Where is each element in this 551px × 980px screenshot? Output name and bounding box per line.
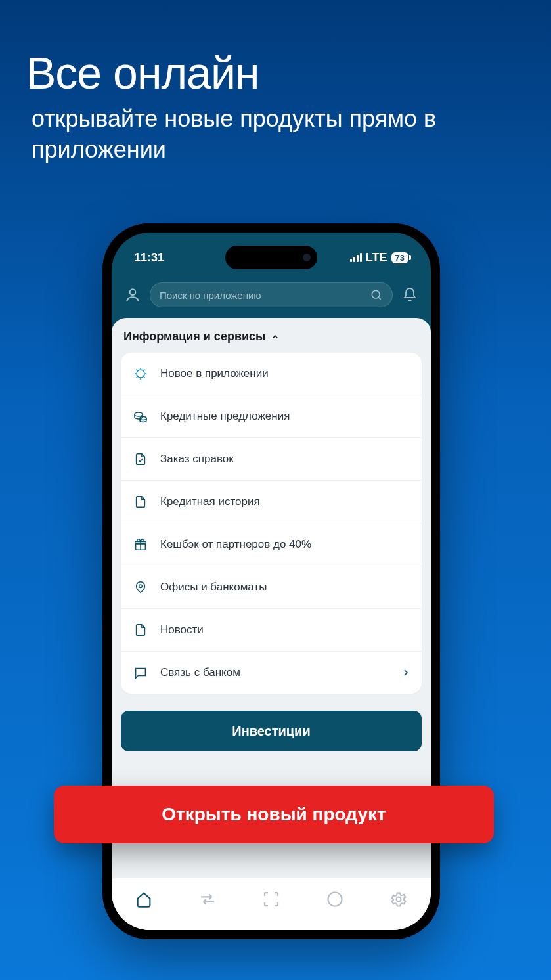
menu-label: Связь с банком [160,666,390,679]
app-header: Поиск по приложению [112,278,431,311]
menu-label: Заказ справок [160,453,411,466]
menu-item-credit-offers[interactable]: Кредитные предложения [121,395,422,438]
menu-label: Кредитная история [160,495,411,508]
menu-item-news[interactable]: Новости [121,609,422,652]
doc-check-icon [131,450,150,468]
battery-icon: 73 [391,252,408,263]
nav-home-icon[interactable] [131,886,157,912]
svg-point-3 [135,412,143,416]
investments-label: Инвестиции [232,724,310,739]
page-icon [131,621,150,639]
svg-point-0 [130,289,136,295]
menu-item-new[interactable]: Новое в приложении [121,353,422,395]
status-network: LTE [366,251,387,265]
new-icon [131,365,150,383]
menu-item-certificates[interactable]: Заказ справок [121,438,422,481]
investments-button[interactable]: Инвестиции [121,711,422,751]
menu-label: Офисы и банкоматы [160,581,411,594]
pin-icon [131,578,150,596]
promo-block: Все онлайн открывайте новые продукты пря… [26,47,551,166]
menu-card: Новое в приложении Кредитные предложения… [121,353,422,694]
dynamic-island [225,246,317,269]
nav-settings-icon[interactable] [386,886,412,912]
promo-subtitle: открывайте новые продукты прямо в прилож… [26,104,551,166]
menu-label: Новости [160,623,411,636]
menu-item-credit-history[interactable]: Кредитная история [121,481,422,523]
bottom-nav [112,878,431,930]
doc-icon [131,493,150,511]
profile-icon[interactable] [122,284,143,305]
menu-label: Новое в приложении [160,367,411,380]
cta-label: Открыть новый продукт [162,804,386,825]
bell-icon[interactable] [399,284,420,305]
section-header[interactable]: Информация и сервисы [121,327,422,353]
menu-item-locations[interactable]: Офисы и банкоматы [121,566,422,609]
nav-transfers-icon[interactable] [194,886,221,912]
nav-scan-icon[interactable] [258,886,284,912]
status-right: LTE 73 [350,251,408,265]
open-product-button[interactable]: Открыть новый продукт [54,786,494,843]
section-title: Информация и сервисы [123,330,265,344]
svg-point-7 [139,585,143,588]
svg-point-8 [328,893,342,906]
signal-icon [350,253,362,262]
menu-item-contact[interactable]: Связь с банком [121,652,422,694]
chevron-right-icon [401,667,411,678]
menu-label: Кешбэк от партнеров до 40% [160,538,411,551]
svg-point-1 [372,290,380,298]
search-input[interactable]: Поиск по приложению [150,282,393,307]
search-placeholder: Поиск по приложению [160,290,364,301]
menu-item-cashback[interactable]: Кешбэк от партнеров до 40% [121,523,422,566]
gift-icon [131,535,150,554]
coins-icon [131,407,150,426]
svg-point-9 [397,897,401,902]
menu-label: Кредитные предложения [160,410,411,423]
status-time: 11:31 [134,251,164,265]
search-icon [370,288,383,301]
svg-point-2 [137,370,144,378]
chevron-up-icon [271,332,280,342]
nav-chat-icon[interactable] [322,886,348,912]
promo-title: Все онлайн [26,47,551,99]
chat-icon [131,663,150,682]
